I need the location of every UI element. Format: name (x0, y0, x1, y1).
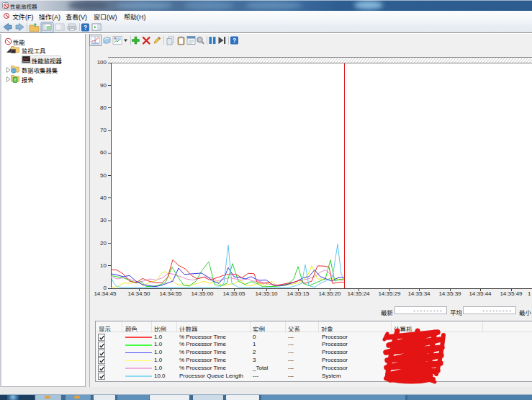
svg-text:?: ? (233, 37, 236, 44)
svg-text:?: ? (84, 24, 87, 31)
